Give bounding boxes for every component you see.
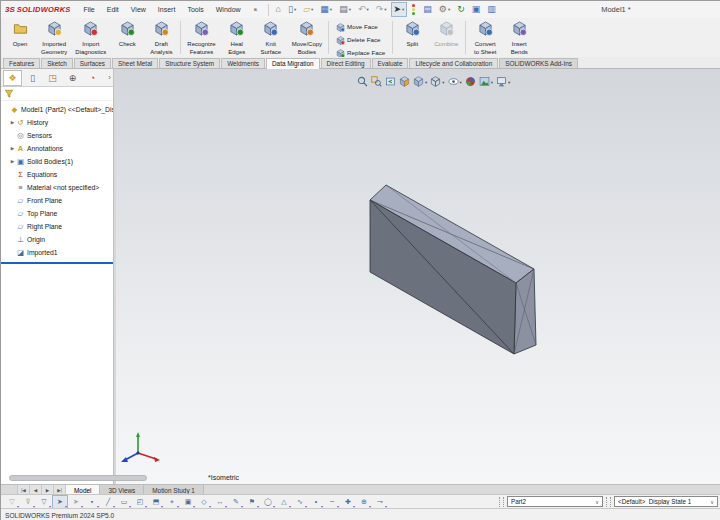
tree-item-top-plane[interactable]: ▱Top Plane bbox=[1, 207, 113, 220]
dropdown-caret-icon[interactable]: ▾ bbox=[402, 7, 404, 12]
menu-item-insert[interactable]: Insert bbox=[153, 4, 181, 15]
filter-datums-icon[interactable]: ◇▾ bbox=[196, 495, 212, 509]
options-icon[interactable]: ⚙▾ bbox=[436, 2, 453, 17]
menu-item-file[interactable]: File bbox=[78, 4, 99, 15]
tab-sketch[interactable]: Sketch bbox=[41, 58, 73, 68]
tree-item-model1-part2-default-display-s[interactable]: ◆Model1 (Part2) <<Default>_Display St bbox=[1, 103, 113, 116]
dropdown-caret-icon[interactable]: ▾ bbox=[366, 7, 368, 12]
chevron-down-icon[interactable]: ∨ bbox=[591, 499, 599, 505]
tab-features[interactable]: Features bbox=[3, 58, 40, 68]
tree-item-material-not-specified-[interactable]: ≡Material <not specified> bbox=[1, 181, 113, 194]
filter-mates-icon[interactable]: ⊕▾ bbox=[356, 495, 372, 509]
propertymanager-tab[interactable]: ▯ bbox=[23, 70, 42, 86]
tree-item-equations[interactable]: ΣEquations bbox=[1, 168, 113, 181]
pin-menu-icon[interactable]: ✦ bbox=[250, 5, 259, 15]
tree-item-sensors[interactable]: ◎Sensors bbox=[1, 129, 113, 142]
filter-sketch-icon[interactable]: ∿▾ bbox=[292, 495, 308, 509]
filter-dimensions-icon[interactable]: ↔▾ bbox=[212, 495, 228, 509]
tree-item-right-plane[interactable]: ▱Right Plane bbox=[1, 220, 113, 233]
tab-evaluate[interactable]: Evaluate bbox=[372, 58, 409, 68]
filter-welds-icon[interactable]: △▾ bbox=[276, 495, 292, 509]
filter-points-icon[interactable]: •▾ bbox=[308, 495, 324, 509]
rebuild-icon[interactable] bbox=[408, 2, 419, 17]
dimxpertmanager-tab[interactable]: ⊕ bbox=[63, 70, 82, 86]
expand-arrow-icon[interactable]: ▶ bbox=[9, 159, 16, 164]
file-properties-icon[interactable]: ▤ bbox=[420, 2, 435, 17]
model-canvas[interactable] bbox=[116, 69, 720, 484]
dropdown-caret-icon[interactable]: ▾ bbox=[349, 7, 351, 12]
magnified-selection-icon[interactable]: ⌖▾ bbox=[164, 495, 180, 509]
displaymanager-tab[interactable]: ◔ bbox=[83, 70, 102, 86]
filter-centerline-icon[interactable]: ┄▾ bbox=[324, 495, 340, 509]
tree-item-annotations[interactable]: ▶AAnnotations bbox=[1, 142, 113, 155]
tab-sheet-metal[interactable]: Sheet Metal bbox=[112, 58, 158, 68]
configurationmanager-tab[interactable]: ◳ bbox=[43, 70, 62, 86]
tab-data-migration[interactable]: Data Migration bbox=[266, 58, 320, 69]
import-diagnostics-button[interactable]: ImportDiagnostics bbox=[71, 18, 110, 57]
filter-annotations-icon[interactable]: ✎▾ bbox=[228, 495, 244, 509]
redo-icon[interactable]: ↷▾ bbox=[373, 2, 390, 17]
dropdown-caret-icon[interactable]: ▾ bbox=[384, 7, 386, 12]
imported-geometry-button[interactable]: ImportedGeometry bbox=[37, 18, 71, 57]
tree-item-history[interactable]: ▶↺History bbox=[1, 116, 113, 129]
move-copy-bodies-button[interactable]: Move/CopyBodies bbox=[288, 18, 326, 57]
menu-item-view[interactable]: View bbox=[126, 4, 151, 15]
task-pane-icon[interactable]: ▣ bbox=[469, 2, 484, 17]
filter-solid-bodies-icon[interactable]: ⬒▾ bbox=[148, 495, 164, 509]
tree-horizontal-scrollbar[interactable] bbox=[9, 475, 147, 481]
menu-item-tools[interactable]: Tools bbox=[182, 4, 208, 15]
filter-edges-icon[interactable]: ╱▾ bbox=[100, 495, 116, 509]
new-document-icon[interactable]: ▯▾ bbox=[285, 2, 299, 17]
draft-analysis-button[interactable]: DraftAnalysis bbox=[144, 18, 178, 57]
save-icon[interactable]: ▦▾ bbox=[317, 2, 335, 17]
tree-item-solid-bodies-1-[interactable]: ▶▣Solid Bodies(1) bbox=[1, 155, 113, 168]
filter-notes-icon[interactable]: ⚑▾ bbox=[244, 495, 260, 509]
graphics-viewport[interactable]: ▾▾▾▾▾ bbox=[116, 69, 720, 484]
open-button[interactable]: Open bbox=[3, 18, 37, 57]
select-tool-icon[interactable]: ➤▾ bbox=[52, 495, 68, 509]
tree-item-front-plane[interactable]: ▱Front Plane bbox=[1, 194, 113, 207]
featuremanager-tab[interactable]: ❖ bbox=[3, 70, 22, 86]
resources-icon[interactable]: ↻ bbox=[454, 2, 468, 17]
filters-flyout-icon[interactable]: ⊽▾ bbox=[20, 495, 36, 509]
dropdown-caret-icon[interactable]: ▾ bbox=[448, 7, 450, 12]
part-select-dropdown[interactable]: Part2∨ bbox=[507, 496, 603, 507]
expand-arrow-icon[interactable]: ▶ bbox=[9, 146, 16, 151]
panel-tabs-overflow-icon[interactable]: › bbox=[108, 73, 111, 82]
tab-direct-editing[interactable]: Direct Editing bbox=[321, 58, 371, 68]
dropdown-caret-icon[interactable]: ▾ bbox=[294, 7, 296, 12]
rollback-bar[interactable] bbox=[1, 262, 113, 264]
tab-weldments[interactable]: Weldments bbox=[221, 58, 265, 68]
recognize-features-button[interactable]: RecognizeFeatures bbox=[183, 18, 219, 57]
tab-structure-system[interactable]: Structure System bbox=[159, 58, 220, 68]
convert-to-sheet-metal-button[interactable]: Convertto SheetMetal bbox=[468, 18, 502, 57]
menu-item-edit[interactable]: Edit bbox=[102, 4, 124, 15]
dropdown-caret-icon[interactable]: ▾ bbox=[311, 7, 313, 12]
filter-routing-icon[interactable]: ⊸▾ bbox=[372, 495, 388, 509]
home-icon[interactable]: ⌂ bbox=[273, 2, 284, 17]
menu-item-window[interactable]: Window bbox=[211, 4, 246, 15]
help-icon[interactable]: ▥ bbox=[484, 2, 499, 17]
knit-surface-button[interactable]: KnitSurface bbox=[254, 18, 288, 57]
insert-bends-button[interactable]: InsertBends bbox=[502, 18, 536, 57]
tree-item-imported1[interactable]: ◪Imported1 bbox=[1, 246, 113, 259]
heal-edges-button[interactable]: HealEdges bbox=[220, 18, 254, 57]
display-state-dropdown[interactable]: <Default>_Display State 1∨ bbox=[614, 496, 718, 507]
tab-solidworks-add-ins[interactable]: SOLIDWORKS Add-Ins bbox=[499, 58, 578, 68]
undo-icon[interactable]: ↶▾ bbox=[355, 2, 372, 17]
print-icon[interactable]: ▤▾ bbox=[336, 2, 354, 17]
toolbar-grip[interactable] bbox=[606, 497, 611, 507]
filter-axis-icon[interactable]: ✚▾ bbox=[340, 495, 356, 509]
filter-vertices-icon[interactable]: ▪▾ bbox=[84, 495, 100, 509]
split-button[interactable]: Split bbox=[395, 18, 429, 57]
select-disabled-icon[interactable]: ➤▾ bbox=[68, 495, 84, 509]
check-button[interactable]: Check bbox=[110, 18, 144, 57]
filter-frame-icon[interactable]: ▣▾ bbox=[180, 495, 196, 509]
tab-surfaces[interactable]: Surfaces bbox=[74, 58, 111, 68]
expand-arrow-icon[interactable]: ▶ bbox=[9, 120, 16, 125]
filter-faces-icon[interactable]: ▭▾ bbox=[116, 495, 132, 509]
filter-funnel-icon[interactable] bbox=[4, 89, 14, 99]
select-icon[interactable]: ➤▾ bbox=[391, 2, 408, 17]
tree-item-origin[interactable]: ⊥Origin bbox=[1, 233, 113, 246]
toolbar-grip[interactable] bbox=[499, 497, 504, 507]
